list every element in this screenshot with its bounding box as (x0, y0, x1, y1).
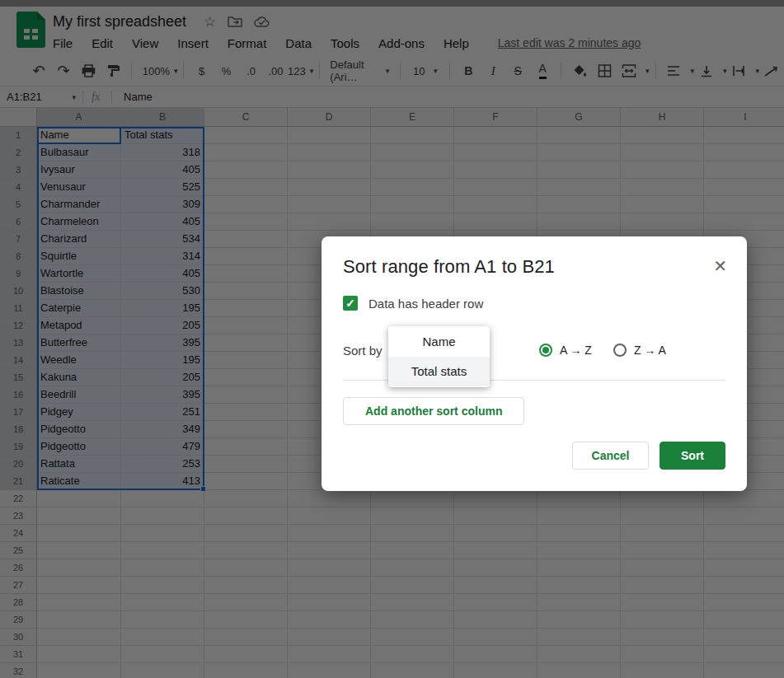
radio-z-to-a[interactable] (613, 344, 627, 357)
radio-a-to-z-label: A → Z (560, 344, 592, 357)
dialog-title: Sort range from A1 to B21 (343, 256, 555, 278)
sort-column-dropdown: Name Total stats (388, 326, 490, 387)
dropdown-option-name[interactable]: Name (388, 327, 490, 357)
sort-by-label: Sort by (343, 344, 389, 358)
add-sort-column-button[interactable]: Add another sort column (343, 397, 524, 425)
radio-a-to-z[interactable] (539, 344, 552, 357)
sort-range-dialog: Sort range from A1 to B21 ✕ ✓ Data has h… (322, 236, 747, 491)
header-row-checkbox-label: Data has header row (369, 297, 483, 311)
header-row-checkbox[interactable]: ✓ (343, 296, 358, 311)
close-icon[interactable]: ✕ (713, 258, 727, 274)
cancel-button[interactable]: Cancel (572, 442, 649, 470)
sort-button[interactable]: Sort (660, 442, 725, 470)
dropdown-option-total-stats[interactable]: Total stats (388, 357, 490, 386)
radio-z-to-a-label: Z → A (634, 344, 666, 357)
